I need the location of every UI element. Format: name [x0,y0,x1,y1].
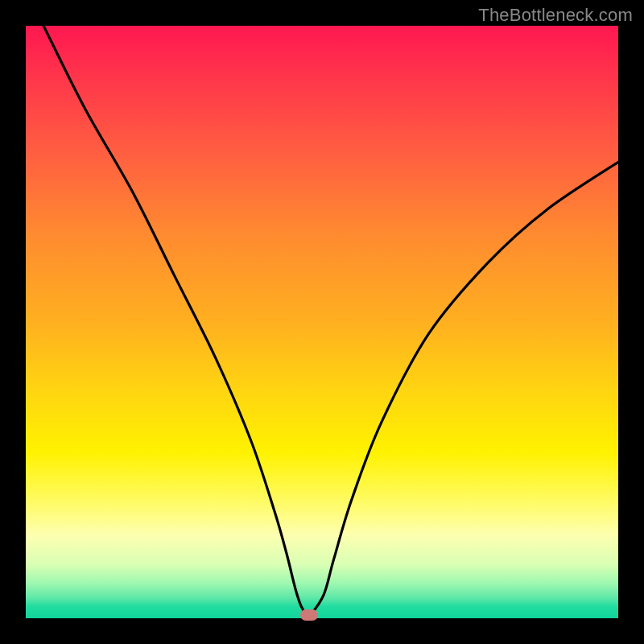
chart-plot-area [26,26,618,618]
bottleneck-curve [26,26,618,618]
watermark-text: TheBottleneck.com [478,5,633,26]
optimal-point-marker [300,609,318,621]
